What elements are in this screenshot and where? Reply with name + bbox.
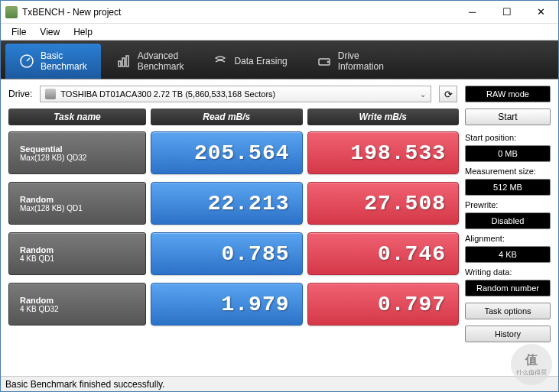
minimize-button[interactable]: ─ — [455, 1, 489, 23]
tab-label: Basic — [41, 50, 63, 61]
status-text: Basic Benchmark finished successfully. — [5, 379, 165, 390]
tab-label: Drive — [338, 50, 359, 61]
read-value: 205.564 — [151, 131, 303, 174]
task-name: Random — [20, 296, 145, 305]
align-label: Alignment: — [465, 234, 551, 243]
task-cell: SequentialMax(128 KB) QD32 — [8, 131, 146, 174]
result-row: Random4 KB QD10.7850.746 — [8, 232, 459, 275]
task-sub: 4 KB QD32 — [20, 305, 145, 313]
menu-bar: File View Help — [1, 24, 558, 40]
tab-advanced-benchmark[interactable]: AdvancedBenchmark — [102, 44, 198, 79]
header-task: Task name — [8, 109, 146, 125]
svg-rect-1 — [119, 61, 121, 66]
read-value: 1.979 — [151, 283, 303, 326]
task-sub: Max(128 KB) QD1 — [20, 204, 145, 212]
header-write: Write mB/s — [307, 109, 460, 125]
tab-label: Advanced — [138, 50, 178, 61]
tab-data-erasing[interactable]: Data Erasing — [199, 44, 301, 79]
task-sub: 4 KB QD1 — [20, 254, 145, 263]
task-sub: Max(128 KB) QD32 — [20, 154, 145, 162]
menu-file[interactable]: File — [5, 25, 32, 39]
erase-icon — [213, 53, 228, 69]
tab-label: Information — [338, 61, 384, 72]
sidebar: Start Start position: 0 MB Measurement s… — [465, 109, 551, 342]
results-panel: Task name Read mB/s Write mB/s Sequentia… — [8, 109, 459, 342]
write-value: 27.508 — [307, 182, 460, 225]
menu-view[interactable]: View — [34, 25, 66, 39]
raw-mode-button[interactable]: RAW mode — [465, 86, 551, 102]
start-button[interactable]: Start — [465, 109, 551, 125]
task-name: Random — [20, 195, 145, 204]
drive-select[interactable]: TOSHIBA DT01ACA300 2.72 TB (5,860,533,16… — [40, 86, 431, 102]
maximize-button[interactable]: ☐ — [489, 1, 524, 23]
prewrite-label: Prewrite: — [465, 200, 551, 209]
startpos-label: Start position: — [465, 133, 551, 142]
window-title: TxBENCH - New project — [22, 7, 455, 18]
title-bar: TxBENCH - New project ─ ☐ ✕ — [1, 1, 558, 24]
task-cell: RandomMax(128 KB) QD1 — [8, 182, 146, 225]
tab-label: Benchmark — [41, 61, 87, 72]
close-button[interactable]: ✕ — [524, 1, 558, 23]
task-name: Sequential — [20, 144, 145, 154]
task-options-button[interactable]: Task options — [465, 303, 551, 319]
refresh-button[interactable]: ⟳ — [439, 86, 457, 102]
write-value: 198.533 — [307, 131, 460, 174]
meas-value[interactable]: 512 MB — [465, 179, 551, 196]
status-bar: Basic Benchmark finished successfully. — [1, 376, 558, 391]
write-value: 0.797 — [307, 283, 460, 326]
refresh-icon: ⟳ — [444, 89, 453, 100]
bars-icon — [116, 53, 132, 69]
meas-label: Measurement size: — [465, 167, 551, 176]
history-button[interactable]: History — [465, 326, 551, 342]
drive-label: Drive: — [8, 89, 32, 99]
task-cell: Random4 KB QD32 — [8, 283, 146, 326]
svg-rect-3 — [126, 56, 128, 66]
align-value[interactable]: 4 KB — [465, 246, 551, 263]
gauge-icon — [19, 53, 34, 69]
svg-rect-2 — [122, 58, 125, 66]
drive-value: TOSHIBA DT01ACA300 2.72 TB (5,860,533,16… — [60, 89, 275, 99]
tab-label: Benchmark — [138, 61, 184, 72]
result-row: Random4 KB QD321.9790.797 — [8, 283, 459, 326]
read-value: 22.213 — [151, 182, 303, 225]
wdata-value[interactable]: Random number — [465, 280, 551, 296]
prewrite-value[interactable]: Disabled — [465, 212, 551, 229]
svg-point-5 — [327, 61, 329, 63]
result-row: RandomMax(128 KB) QD122.21327.508 — [8, 182, 459, 225]
task-name: Random — [20, 245, 145, 254]
wdata-label: Writing data: — [465, 267, 551, 277]
chevron-down-icon: ⌄ — [420, 90, 426, 99]
result-row: SequentialMax(128 KB) QD32205.564198.533 — [8, 131, 459, 174]
tab-label: Data Erasing — [234, 56, 287, 66]
app-icon — [5, 6, 18, 18]
tab-drive-information[interactable]: DriveInformation — [303, 44, 398, 79]
watermark: 值 什么值得买 — [511, 344, 552, 385]
drive-icon — [317, 53, 332, 69]
hdd-icon — [45, 89, 56, 99]
header-read: Read mB/s — [151, 109, 303, 125]
menu-help[interactable]: Help — [67, 25, 99, 39]
task-cell: Random4 KB QD1 — [8, 232, 146, 275]
tab-basic-benchmark[interactable]: BasicBenchmark — [5, 44, 101, 79]
tab-bar: BasicBenchmark AdvancedBenchmark Data Er… — [1, 40, 558, 79]
startpos-value[interactable]: 0 MB — [465, 145, 551, 162]
read-value: 0.785 — [151, 232, 303, 275]
write-value: 0.746 — [307, 232, 460, 275]
